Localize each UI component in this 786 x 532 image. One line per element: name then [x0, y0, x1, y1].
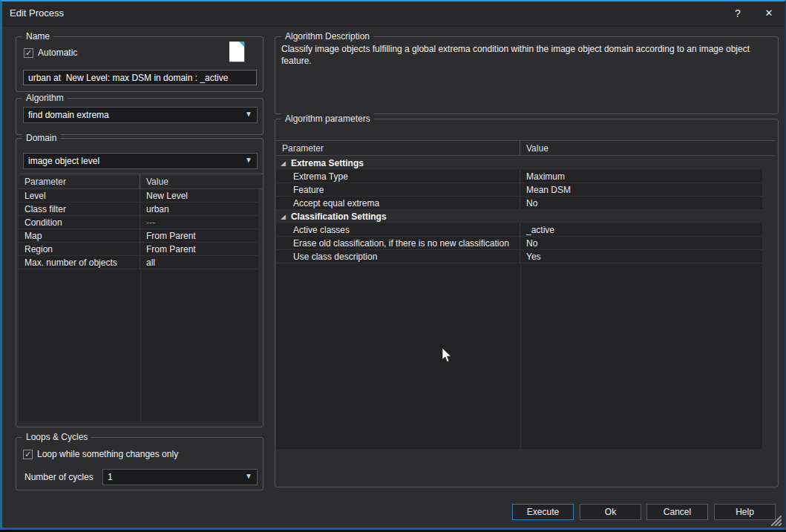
- domain-group: Domain image object level ▼ Parameter Va…: [16, 138, 263, 427]
- cycles-label: Number of cycles: [24, 472, 94, 482]
- param-cell: Region: [19, 243, 140, 255]
- help-button[interactable]: Help: [714, 504, 776, 520]
- value-cell[interactable]: Maximum: [520, 170, 762, 183]
- chevron-down-icon: ▼: [245, 110, 252, 118]
- table-row[interactable]: Feature Mean DSM: [276, 183, 762, 197]
- automatic-checkbox[interactable]: ✓: [24, 48, 33, 58]
- section-row-classification-settings[interactable]: ◢ Classification Settings: [276, 210, 762, 223]
- table-row[interactable]: Map From Parent: [19, 229, 258, 243]
- edit-process-dialog: Edit Process ? ✕ Name ✓ Automatic urban …: [0, 0, 786, 530]
- cancel-button[interactable]: Cancel: [646, 504, 708, 520]
- checkmark-icon: ✓: [24, 450, 31, 459]
- automatic-checkbox-label: Automatic: [38, 47, 77, 58]
- algorithm-group-label: Algorithm: [22, 93, 68, 103]
- param-cell: Map: [19, 229, 140, 242]
- chevron-down-icon: ▼: [245, 472, 252, 480]
- param-cell: Accept equal extrema: [276, 197, 520, 209]
- value-cell[interactable]: urban: [140, 203, 258, 215]
- table-row[interactable]: Class filter urban: [19, 203, 258, 216]
- value-cell[interactable]: From Parent: [140, 229, 258, 242]
- process-name-input[interactable]: urban at New Level: max DSM in domain : …: [23, 70, 257, 85]
- table-row[interactable]: Accept equal extrema No: [276, 197, 762, 210]
- description-group-label: Algorithm Description: [281, 31, 373, 42]
- table-row[interactable]: Region From Parent: [19, 243, 258, 256]
- param-cell: Feature: [276, 183, 520, 196]
- help-icon[interactable]: ?: [728, 4, 747, 22]
- value-cell[interactable]: all: [140, 256, 258, 269]
- param-cell: Erase old classification, if there is no…: [276, 237, 520, 249]
- section-title: Classification Settings: [291, 211, 387, 222]
- chevron-down-icon: ▼: [245, 156, 252, 164]
- new-document-icon[interactable]: [229, 42, 244, 62]
- param-cell: Level: [19, 189, 140, 202]
- param-cell: Max. number of objects: [19, 256, 140, 269]
- table-row[interactable]: Erase old classification, if there is no…: [276, 237, 762, 250]
- domain-dropdown-value: image object level: [28, 156, 99, 166]
- table-row[interactable]: Extrema Type Maximum: [276, 170, 762, 183]
- parameters-table-header[interactable]: Parameter Value: [276, 140, 776, 156]
- ok-button[interactable]: Ok: [580, 504, 641, 520]
- titlebar[interactable]: Edit Process ? ✕: [2, 1, 785, 27]
- value-cell[interactable]: _active: [520, 223, 762, 236]
- param-cell: Active classes: [276, 223, 520, 236]
- domain-col-value[interactable]: Value: [140, 174, 263, 188]
- parameters-table-empty-area[interactable]: [276, 263, 762, 449]
- domain-col-parameter[interactable]: Parameter: [19, 174, 140, 188]
- value-cell[interactable]: New Level: [140, 189, 258, 202]
- params-col-parameter[interactable]: Parameter: [276, 141, 520, 155]
- value-cell[interactable]: No: [520, 197, 762, 209]
- execute-button[interactable]: Execute: [512, 504, 574, 520]
- parameters-group-label: Algorithm parameters: [281, 114, 374, 124]
- loop-checkbox[interactable]: ✓: [23, 450, 33, 459]
- algorithm-dropdown-value: find domain extrema: [28, 110, 109, 120]
- value-cell[interactable]: ---: [140, 216, 258, 229]
- expanded-triangle-icon[interactable]: ◢: [281, 160, 286, 167]
- domain-table-header[interactable]: Parameter Value: [19, 174, 263, 189]
- value-cell[interactable]: No: [520, 237, 762, 249]
- algorithm-description-group: Algorithm Description Classify image obj…: [275, 36, 779, 114]
- section-row-extrema-settings[interactable]: ◢ Extrema Settings: [276, 157, 762, 170]
- name-group: Name ✓ Automatic urban at New Level: max…: [16, 36, 263, 92]
- param-cell: Extrema Type: [276, 170, 520, 183]
- loops-group-label: Loops & Cycles: [22, 432, 91, 442]
- loop-checkbox-label: Loop while something changes only: [37, 449, 178, 459]
- param-cell: Condition: [19, 216, 140, 229]
- cycles-dropdown[interactable]: 1 ▼: [102, 469, 258, 485]
- expanded-triangle-icon[interactable]: ◢: [281, 213, 286, 220]
- mouse-cursor: [442, 347, 452, 363]
- algorithm-parameters-group: Algorithm parameters Parameter Value ◢ E…: [275, 119, 779, 487]
- section-title: Extrema Settings: [291, 158, 364, 168]
- domain-table-empty-area[interactable]: [19, 269, 258, 421]
- name-group-label: Name: [22, 31, 53, 42]
- automatic-checkbox-row[interactable]: ✓ Automatic: [24, 47, 77, 58]
- dialog-title: Edit Process: [10, 7, 64, 19]
- table-row[interactable]: Active classes _active: [276, 223, 762, 237]
- table-row[interactable]: Max. number of objects all: [19, 256, 258, 269]
- value-cell[interactable]: Yes: [520, 250, 762, 263]
- param-cell: Class filter: [19, 203, 140, 215]
- table-row[interactable]: Condition ---: [19, 216, 258, 229]
- checkmark-icon: ✓: [25, 48, 32, 57]
- value-cell[interactable]: From Parent: [140, 243, 258, 255]
- loop-checkbox-row[interactable]: ✓ Loop while something changes only: [23, 449, 178, 459]
- table-row[interactable]: Level New Level: [19, 189, 258, 203]
- cycles-dropdown-value: 1: [108, 472, 113, 482]
- loops-group: Loops & Cycles ✓ Loop while something ch…: [16, 437, 263, 490]
- value-cell[interactable]: Mean DSM: [520, 183, 762, 196]
- table-row[interactable]: Use class description Yes: [276, 250, 762, 263]
- domain-dropdown[interactable]: image object level ▼: [23, 153, 258, 169]
- param-cell: Use class description: [276, 250, 520, 263]
- resize-grip[interactable]: [768, 513, 782, 526]
- domain-group-label: Domain: [22, 133, 60, 143]
- algorithm-group: Algorithm find domain extrema ▼: [16, 98, 263, 135]
- algorithm-dropdown[interactable]: find domain extrema ▼: [23, 107, 258, 123]
- params-col-value[interactable]: Value: [520, 141, 776, 155]
- close-icon[interactable]: ✕: [759, 4, 779, 22]
- algorithm-description-text: Classify image objects fulfilling a glob…: [281, 43, 767, 67]
